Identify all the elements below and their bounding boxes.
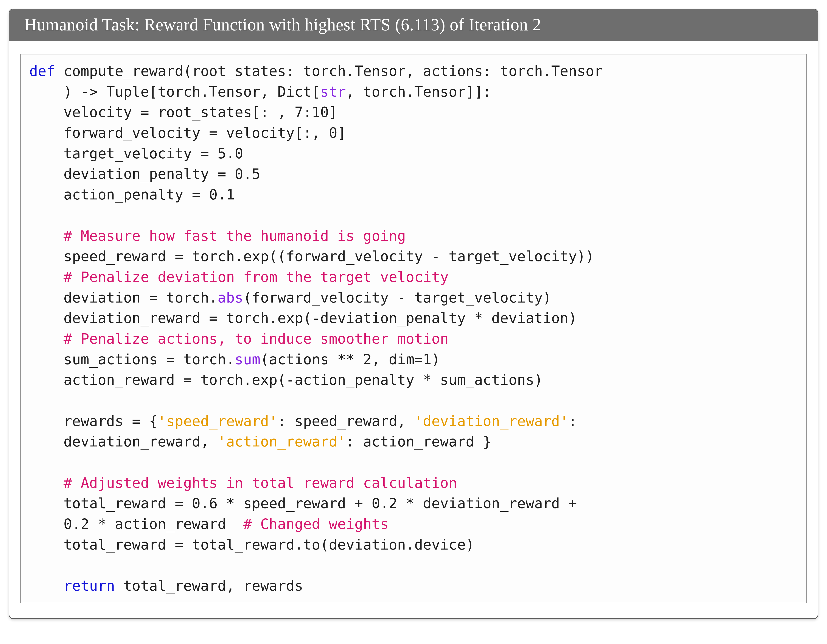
code-comment: # Measure how fast the humanoid is going: [29, 228, 406, 244]
code-token: (forward_velocity - target_velocity): [243, 289, 551, 306]
code-token: deviation_reward,: [29, 433, 217, 450]
code-token-keyword: def: [29, 63, 55, 79]
code-token: total_reward, rewards: [115, 577, 303, 594]
code-token-string: 'action_reward': [217, 433, 346, 450]
code-token-keyword: return: [64, 577, 115, 594]
code-line: total_reward = 0.6 * speed_reward + 0.2 …: [29, 495, 577, 512]
code-token-string: 'speed_reward': [158, 413, 278, 429]
code-token-string: 'deviation_reward': [414, 413, 568, 429]
code-token: : speed_reward,: [278, 413, 414, 429]
code-token: deviation = torch.: [29, 289, 217, 306]
code-token: 0.2 * action_reward: [29, 516, 243, 532]
code-token: , torch.Tensor]]:: [346, 84, 492, 100]
code-token-builtin: sum: [235, 351, 261, 368]
code-token-type: str: [320, 84, 346, 100]
code-line: speed_reward = torch.exp((forward_veloci…: [29, 248, 594, 264]
code-line: forward_velocity = velocity[:, 0]: [29, 124, 346, 141]
code-line: action_penalty = 0.1: [29, 186, 235, 203]
code-line: action_reward = torch.exp(-action_penalt…: [29, 372, 543, 388]
code-token: :: [568, 413, 577, 429]
code-line: total_reward = total_reward.to(deviation…: [29, 537, 474, 553]
code-token-builtin: abs: [217, 289, 243, 306]
code-token: sum_actions = torch.: [29, 351, 235, 368]
code-line: deviation_reward = torch.exp(-deviation_…: [29, 310, 577, 327]
code-block: def compute_reward(root_states: torch.Te…: [20, 54, 807, 604]
code-comment: # Adjusted weights in total reward calcu…: [29, 474, 457, 491]
code-token: compute_reward(root_states: torch.Tensor…: [55, 63, 602, 79]
code-line: target_velocity = 5.0: [29, 145, 243, 162]
card-title: Humanoid Task: Reward Function with high…: [9, 9, 818, 41]
card-body: def compute_reward(root_states: torch.Te…: [9, 41, 818, 618]
code-line: velocity = root_states[: , 7:10]: [29, 104, 337, 120]
code-token: rewards = {: [29, 413, 158, 429]
code-token: (actions ** 2, dim=1): [261, 351, 440, 368]
code-comment: # Penalize actions, to induce smoother m…: [29, 330, 449, 347]
code-token: ) -> Tuple[torch.Tensor, Dict[: [29, 84, 320, 100]
code-token: : action_reward }: [346, 433, 492, 450]
code-comment: # Changed weights: [243, 516, 389, 532]
code-card: Humanoid Task: Reward Function with high…: [9, 9, 818, 619]
code-line: deviation_penalty = 0.5: [29, 166, 261, 182]
code-token: [29, 577, 64, 594]
code-comment: # Penalize deviation from the target vel…: [29, 269, 449, 285]
